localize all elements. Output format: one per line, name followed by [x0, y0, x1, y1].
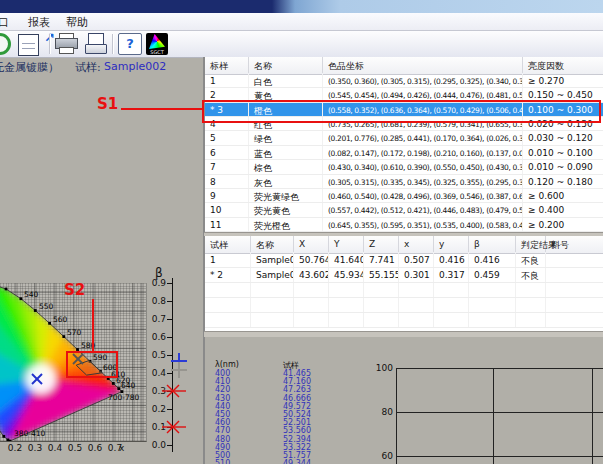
standards-cell-value: (0.082, 0.147), (0.172, 0.198), (0.210, …: [328, 149, 523, 158]
samples-cell-value: Sample001: [256, 255, 294, 265]
standards-header[interactable]: 标样: [205, 57, 249, 73]
samples-cell: [205, 313, 251, 327]
samples-header-label: 试样: [210, 239, 228, 252]
samples-row[interactable]: [205, 313, 603, 328]
standards-cell: (0.201, 0.776), (0.285, 0.441), (0.170, …: [323, 131, 523, 144]
standards-cell: (0.350, 0.360), (0.305, 0.315), (0.295, …: [323, 74, 523, 87]
menu-item-help[interactable]: 帮助: [66, 15, 88, 30]
samples-header[interactable]: y: [434, 236, 469, 252]
standards-row[interactable]: 7棕色(0.430, 0.340), (0.610, 0.390), (0.55…: [205, 160, 603, 174]
samples-row[interactable]: [205, 298, 603, 313]
standards-header[interactable]: 色品坐标: [323, 57, 523, 73]
samples-header-label: Z: [369, 239, 375, 249]
standards-cell-value: ≥ 0.270: [528, 76, 564, 86]
samples-header[interactable]: β: [469, 236, 516, 252]
samples-cell: 0.317: [434, 268, 469, 282]
samples-cell: 0.459: [469, 268, 516, 282]
wavelength-label: 550: [39, 302, 53, 311]
print-button[interactable]: [55, 33, 78, 54]
samples-header[interactable]: X: [294, 236, 329, 252]
document-icon: [18, 34, 39, 56]
standards-cell: 荧光黄绿色: [249, 189, 323, 202]
standards-cell: 1: [205, 74, 249, 87]
standards-cell-value: (0.201, 0.776), (0.285, 0.441), (0.170, …: [328, 134, 523, 143]
samples-cell: 1: [205, 253, 251, 267]
samples-header[interactable]: 试样: [205, 236, 251, 252]
standards-cell: (0.305, 0.315), (0.335, 0.345), (0.325, …: [323, 175, 523, 188]
samples-cell-value: 0.301: [404, 270, 430, 280]
standards-cell: (0.430, 0.340), (0.610, 0.390), (0.550, …: [323, 160, 523, 173]
samples-cell: [364, 283, 399, 297]
menu-item-window[interactable]: 窗口: [0, 15, 9, 30]
standards-cell-value: 0.010 ~ 0.090: [528, 162, 593, 172]
standards-cell: 0.030 ~ 0.120: [523, 131, 603, 144]
standards-cell: 11: [205, 218, 249, 231]
diagram-x-tick: 0.5: [65, 443, 85, 453]
standards-cell: ≥ 0.600: [523, 189, 603, 202]
standards-row[interactable]: 10荧光黄色(0.557, 0.442), (0.512, 0.421), (0…: [205, 203, 603, 217]
standards-row[interactable]: 9荧光黄绿色(0.460, 0.540), (0.428, 0.496), (0…: [205, 189, 603, 203]
samples-cell: [546, 268, 603, 282]
diagram-x-tick: 0.6: [85, 443, 105, 453]
sgct-logo-button[interactable]: SGCT: [146, 33, 168, 55]
samples-header-label: X: [299, 239, 305, 249]
standards-row[interactable]: 5绿色(0.201, 0.776), (0.285, 0.441), (0.17…: [205, 131, 603, 145]
standards-cell-value: (0.545, 0.454), (0.494, 0.426), (0.444, …: [328, 91, 523, 100]
samples-cell: [251, 313, 294, 327]
samples-header[interactable]: 名称: [251, 236, 294, 252]
sgct-gamut-icon: [149, 34, 165, 49]
standards-cell-value: 8: [210, 177, 216, 187]
app-window: 窗口 报表 帮助 ↗ ? SGCT 无金属镀膜） 试样: Sample002 S…: [0, 0, 603, 464]
samples-cell: 不良: [516, 253, 546, 267]
measure-ring-icon[interactable]: [0, 33, 11, 55]
print-preview-button[interactable]: [85, 33, 107, 54]
samples-cell-value: 不良: [521, 255, 539, 267]
standards-row[interactable]: 11荧光橙色(0.645, 0.355), (0.595, 0.351), (0…: [205, 218, 603, 232]
samples-header[interactable]: x: [399, 236, 434, 252]
samples-cell-value: 45.934: [334, 270, 364, 280]
annotation-s2-line: [92, 299, 94, 351]
report-export-button[interactable]: ↗: [18, 33, 52, 55]
spectral-table: 40041.46541047.16042047.26343046.6664404…: [209, 369, 379, 464]
samples-cell: [516, 313, 546, 327]
samples-cell: 不良: [516, 268, 546, 282]
samples-row[interactable]: [205, 283, 603, 298]
help-icon: ?: [126, 36, 134, 51]
samples-cell-value: 43.602: [299, 270, 329, 280]
samples-row[interactable]: 1Sample00150.76441.6407.7410.5070.4160.4…: [205, 253, 603, 268]
standards-cell-value: 荧光黄绿色: [254, 191, 299, 202]
samples-cell-value: 0.459: [474, 270, 500, 280]
samples-cell-value: 7.741: [369, 255, 395, 265]
help-button[interactable]: ?: [118, 33, 142, 55]
samples-cell: [516, 283, 546, 297]
standards-row[interactable]: 8灰色(0.305, 0.315), (0.335, 0.345), (0.32…: [205, 175, 603, 189]
standards-cell-value: 11: [210, 220, 221, 230]
samples-cell: [399, 298, 434, 312]
samples-header[interactable]: 料号: [546, 236, 603, 252]
standards-header[interactable]: 名称: [249, 57, 323, 73]
wavelength-label: 540: [24, 290, 38, 299]
wavelength-label: 570: [67, 328, 81, 337]
samples-row[interactable]: * 2Sample00243.60245.93455.1550.3010.317…: [205, 268, 603, 283]
samples-header[interactable]: Y: [329, 236, 364, 252]
samples-cell: [399, 283, 434, 297]
annotation-s2-label: S2: [64, 281, 85, 299]
annotation-s1-box: [202, 100, 601, 123]
standards-row[interactable]: 1白色(0.350, 0.360), (0.305, 0.315), (0.29…: [205, 74, 603, 88]
standards-cell-value: 5: [210, 133, 216, 143]
standards-cell-value: (0.430, 0.340), (0.610, 0.390), (0.550, …: [328, 163, 523, 172]
standards-cell-value: (0.557, 0.442), (0.512, 0.421), (0.446, …: [328, 206, 523, 215]
chart-ytick-100: 100: [363, 363, 393, 373]
standards-row[interactable]: 6蓝色(0.082, 0.147), (0.172, 0.198), (0.21…: [205, 146, 603, 160]
samples-cell: 55.155: [364, 268, 399, 282]
standards-cell-value: (0.350, 0.360), (0.305, 0.315), (0.295, …: [328, 77, 523, 86]
standards-header[interactable]: 亮度因数: [523, 57, 603, 73]
samples-header[interactable]: Z: [364, 236, 399, 252]
samples-cell: [434, 313, 469, 327]
sample-label: 试样:: [75, 60, 101, 75]
samples-table: 试样名称XYZxyβ判定结果料号1Sample00150.76441.6407.…: [204, 236, 603, 331]
standards-cell: (0.082, 0.147), (0.172, 0.198), (0.210, …: [323, 146, 523, 159]
menu-item-report[interactable]: 报表: [28, 15, 50, 30]
samples-header[interactable]: 判定结果: [516, 236, 546, 252]
diagram-x-tick: 0.4: [45, 443, 65, 453]
